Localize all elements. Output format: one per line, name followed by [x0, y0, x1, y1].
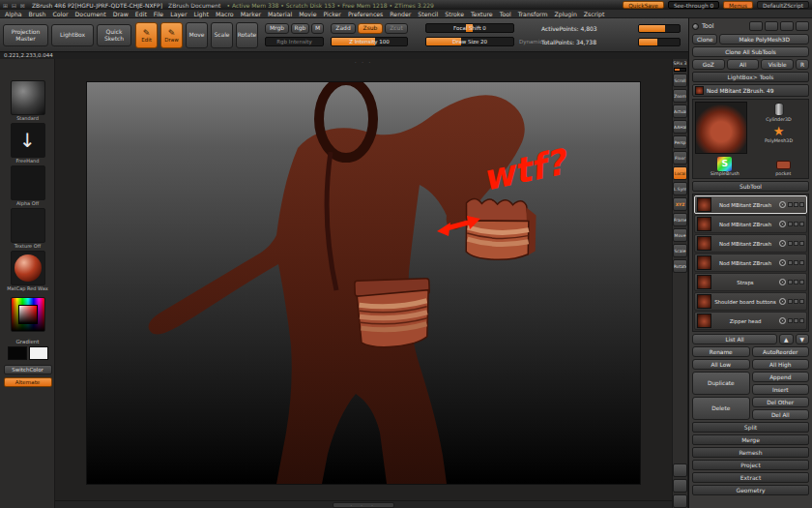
subtool-mini-icons[interactable]	[788, 280, 804, 284]
subtool-row[interactable]: Shoulder board buttons	[694, 292, 807, 311]
goz-button[interactable]: GoZ	[692, 59, 725, 70]
save-tool-button[interactable]	[765, 21, 778, 31]
insert-button[interactable]: Insert	[752, 384, 810, 395]
lsym-button[interactable]: L.Sym	[673, 182, 687, 195]
menu-item-render[interactable]: Render	[390, 11, 411, 17]
tool-item-cylinder3d[interactable]: Cylinder3D	[751, 102, 806, 122]
visibility-eye-icon[interactable]	[779, 201, 786, 208]
xyz-button[interactable]: XYZ	[673, 197, 687, 211]
menu-item-file[interactable]: File	[154, 11, 163, 17]
z-intensity-slider[interactable]: Z Intensity 100	[331, 37, 408, 46]
clone-all-subtools-button[interactable]: Clone All SubTools	[692, 46, 809, 57]
subtool-row[interactable]: Nod MBitant ZBrush	[694, 254, 807, 272]
scale-gizmo-button[interactable]: Scale	[673, 244, 687, 257]
color-picker[interactable]	[0, 297, 55, 332]
scene-3d[interactable]: wtf?	[87, 82, 640, 484]
goz-visible-button[interactable]: Visible	[761, 59, 794, 70]
subtool-mini-icons[interactable]	[788, 318, 804, 323]
lightbox-tools-bar[interactable]: LightBox> Tools	[692, 72, 809, 82]
menus-toggle-button[interactable]: Menus	[723, 1, 753, 9]
import-button[interactable]	[780, 21, 794, 31]
menu-item-alpha[interactable]: Alpha	[5, 11, 22, 17]
menu-item-zscript[interactable]: Zscript	[584, 11, 604, 17]
move-gizmo-button[interactable]: Move	[673, 228, 687, 242]
menu-item-stroke[interactable]: Stroke	[445, 11, 464, 17]
scale-mode-button[interactable]: Scale	[211, 22, 233, 48]
alpha-selector[interactable]: Alpha Off	[0, 165, 55, 207]
main-color-swatch[interactable]	[8, 346, 27, 360]
stroke-thumbnail[interactable]: ↓	[11, 123, 45, 158]
subtool-row[interactable]: Zipper head	[694, 312, 807, 330]
menu-item-texture[interactable]: Texture	[471, 11, 493, 17]
goz-all-button[interactable]: All	[727, 59, 760, 70]
tool-item-simplebrush[interactable]: S SimpleBrush	[710, 156, 740, 176]
all-high-button[interactable]: All High	[752, 359, 810, 370]
all-low-button[interactable]: All Low	[692, 359, 750, 370]
floating-pouch[interactable]	[461, 195, 540, 264]
menu-item-preferences[interactable]: Preferences	[348, 11, 383, 17]
subtool-section-header[interactable]: SubTool	[692, 181, 809, 192]
visibility-eye-icon[interactable]	[779, 317, 786, 324]
split-section-header[interactable]: Split	[692, 422, 809, 433]
material-thumbnail[interactable]	[11, 251, 45, 285]
spix-slider[interactable]	[674, 68, 686, 72]
menu-item-picker[interactable]: Picker	[323, 11, 340, 17]
subtool-mini-icons[interactable]	[788, 222, 804, 226]
menu-item-movie[interactable]: Movie	[299, 11, 316, 17]
duplicate-button[interactable]: Duplicate	[692, 372, 750, 395]
window-control-icons[interactable]: ⊞ ⊟ ⊠	[3, 2, 26, 9]
project-section-header[interactable]: Project	[692, 460, 809, 470]
m-button[interactable]: M	[311, 23, 324, 34]
belt-pouch[interactable]	[355, 279, 431, 348]
menu-item-brush[interactable]: Brush	[29, 11, 46, 17]
merge-section-header[interactable]: Merge	[692, 434, 809, 445]
remesh-section-header[interactable]: Remesh	[692, 447, 809, 458]
subtool-up-button[interactable]: ▲	[779, 334, 793, 344]
current-tool-thumbnail[interactable]	[695, 102, 747, 154]
quick-sketch-button[interactable]: Quick Sketch	[97, 24, 131, 46]
subtool-mini-icons[interactable]	[788, 260, 804, 265]
move-mode-button[interactable]: Move	[186, 22, 208, 48]
rgb-intensity-slider[interactable]: Rgb Intensity	[265, 37, 324, 46]
make-polymesh3d-button[interactable]: Make PolyMesh3D	[719, 34, 809, 45]
switch-color-button[interactable]: SwitchColor	[4, 365, 52, 374]
draw-size-slider[interactable]: Draw Size 20	[425, 37, 514, 46]
viewport-canvas[interactable]: wtf?	[87, 82, 640, 484]
geometry-section-header[interactable]: Geometry	[692, 485, 809, 495]
subtool-mini-icons[interactable]	[788, 241, 804, 246]
alternate-button[interactable]: Alternate	[4, 377, 52, 387]
menu-item-marker[interactable]: Marker	[241, 11, 261, 17]
zoom-button[interactable]: Zoom	[673, 89, 687, 103]
del-other-button[interactable]: Del Other	[752, 397, 810, 407]
texture-thumbnail[interactable]	[11, 208, 45, 243]
misc-shelf-button-1[interactable]	[673, 463, 687, 477]
rotate-mode-button[interactable]: Rotate	[236, 22, 258, 48]
shelf-slider-bottom[interactable]	[638, 38, 681, 46]
rename-button[interactable]: Rename	[692, 346, 750, 357]
append-button[interactable]: Append	[752, 372, 810, 382]
misc-shelf-button-3[interactable]	[673, 494, 687, 508]
menu-item-color[interactable]: Color	[52, 11, 68, 17]
color-picker-square[interactable]	[11, 297, 45, 332]
visibility-eye-icon[interactable]	[779, 259, 786, 266]
bottom-tray-handle[interactable]: · · ·	[333, 502, 394, 508]
menu-item-edit[interactable]: Edit	[135, 11, 147, 17]
zsub-button[interactable]: Zsub	[358, 23, 383, 34]
subtool-mini-icons[interactable]	[788, 299, 804, 304]
current-brush-selector[interactable]: Standard	[0, 80, 55, 122]
menu-item-material[interactable]: Material	[268, 11, 292, 17]
top-tray-handle[interactable]: · · ·	[355, 59, 372, 65]
zcut-button[interactable]: Zcut	[385, 23, 408, 34]
lightbox-button[interactable]: LightBox	[51, 24, 94, 46]
menu-item-draw[interactable]: Draw	[113, 11, 129, 17]
autoreorder-button[interactable]: AutoReorder	[752, 346, 810, 357]
texture-selector[interactable]: Texture Off	[0, 208, 55, 250]
rotate-gizmo-button[interactable]: Rotate	[673, 259, 687, 273]
frame-button[interactable]: Frame	[673, 213, 687, 226]
focal-shift-slider[interactable]: Focal Shift 0	[425, 23, 514, 33]
subtool-mini-icons[interactable]	[788, 202, 804, 207]
edit-mode-button[interactable]: ✎ Edit	[135, 22, 158, 48]
list-all-button[interactable]: List All	[692, 334, 777, 344]
persp-button[interactable]: Persp	[673, 135, 687, 149]
subtool-row[interactable]: Nod MBitant ZBrush	[694, 234, 807, 253]
